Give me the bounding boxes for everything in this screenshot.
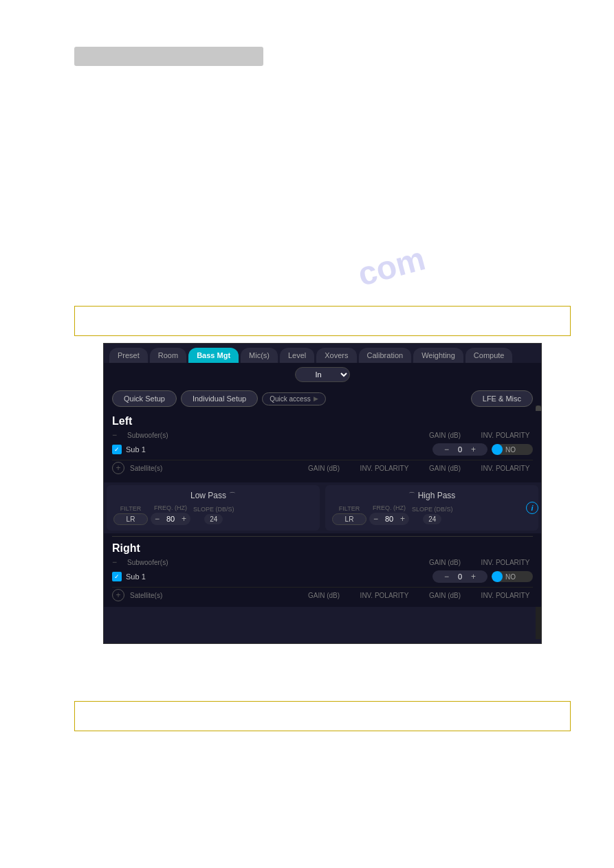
left-sub1-toggle-dot [492, 444, 503, 455]
lfe-misc-button[interactable]: LFE & Misc [471, 390, 533, 407]
left-sub-collapse-icon[interactable]: − [112, 430, 122, 440]
low-pass-freq-stepper[interactable]: − 80 + [151, 513, 190, 525]
right-sub1-gain-val: 0 [453, 572, 467, 581]
quick-bar: Quick Setup Individual Setup Quick acces… [104, 386, 541, 411]
low-pass-filter-dropdown[interactable]: LR [113, 513, 148, 525]
tab-calibration[interactable]: Calibration [359, 348, 412, 363]
low-pass-panel: Low Pass ⌒ FILTER LR FREQ. (hz) − 80 [107, 485, 320, 531]
right-sub1-checkbox[interactable]: ✓ [112, 572, 122, 581]
filter-section: Low Pass ⌒ FILTER LR FREQ. (hz) − 80 [104, 482, 541, 533]
left-satellite-row: + Satellite(s) GAIN (dB) INV. POLARITY G… [112, 460, 533, 476]
quick-access-label: Quick access [270, 395, 310, 403]
left-satellite-add-icon[interactable]: + [112, 462, 124, 474]
left-sat-gain-label: GAIN (dB) [296, 465, 351, 472]
quick-setup-button[interactable]: Quick Setup [112, 390, 177, 407]
low-pass-freq-col: FREQ. (hz) − 80 + [151, 504, 190, 525]
high-pass-slope-col: SLOPE (dB/s) 24 [412, 506, 453, 524]
left-sub1-gain-val: 0 [453, 445, 467, 454]
dropdown-bar: In Out [104, 363, 541, 386]
low-pass-slope-label: SLOPE (dB/s) [193, 506, 234, 513]
left-sub1-checkbox[interactable]: ✓ [112, 445, 122, 454]
section-divider [112, 536, 533, 537]
right-satellite-label: Satellite(s) [130, 592, 291, 599]
left-sat-gain-label2: GAIN (dB) [417, 465, 472, 472]
right-sub1-gain-stepper[interactable]: − 0 + [432, 570, 487, 583]
high-pass-filter-col: FILTER LR [332, 505, 366, 525]
left-sub1-gain-minus[interactable]: − [443, 445, 450, 454]
right-sat-gain-label2: GAIN (dB) [417, 592, 472, 599]
low-pass-slope-col: SLOPE (dB/s) 24 [193, 506, 234, 524]
right-sub1-gain-plus[interactable]: + [470, 572, 477, 581]
left-sub1-gain-plus[interactable]: + [470, 445, 477, 454]
high-pass-freq-plus[interactable]: + [399, 514, 406, 524]
low-pass-wave-icon: ⌒ [229, 491, 236, 500]
screenshot-container: Preset Room Bass Mgt Mic(s) Level Xovers… [103, 343, 542, 644]
right-satellite-row: + Satellite(s) GAIN (dB) INV. POLARITY G… [112, 587, 533, 603]
info-icon[interactable]: i [526, 502, 538, 514]
right-sub1-name: Sub 1 [126, 572, 428, 581]
yellow-box-top [74, 306, 571, 336]
left-gain-label: GAIN (dB) [417, 432, 472, 439]
right-sat-inv-label: INV. POLARITY [357, 592, 412, 599]
tab-compute[interactable]: Compute [465, 348, 513, 363]
right-subwoofer-section: − Subwoofer(s) GAIN (dB) INV. POLARITY ✓… [104, 556, 541, 607]
left-sat-inv-label: INV. POLARITY [357, 465, 412, 472]
main-area: Left − Subwoofer(s) GAIN (dB) INV. POLAR… [104, 411, 541, 607]
watermark: com [354, 239, 430, 293]
right-sub1-toggle-dot [492, 571, 503, 582]
right-sat-gain-label: GAIN (dB) [296, 592, 351, 599]
right-sub-header-row: − Subwoofer(s) GAIN (dB) INV. POLARITY [112, 556, 533, 568]
tab-weighting[interactable]: Weighting [413, 348, 463, 363]
in-out-select[interactable]: In Out [295, 367, 350, 382]
high-pass-label: High Pass [418, 491, 456, 500]
individual-setup-button[interactable]: Individual Setup [181, 390, 258, 407]
left-section: Left − Subwoofer(s) GAIN (dB) INV. POLAR… [104, 411, 541, 533]
quick-access-pill[interactable]: Quick access ▶ [262, 392, 325, 405]
high-pass-freq-stepper[interactable]: − 80 + [369, 513, 409, 525]
low-pass-freq-plus[interactable]: + [180, 514, 188, 524]
low-pass-filter-col: FILTER LR [113, 505, 148, 525]
low-pass-title: Low Pass ⌒ [113, 491, 313, 500]
left-section-header: Left [104, 411, 541, 429]
tab-room[interactable]: Room [150, 348, 186, 363]
right-satellite-add-icon[interactable]: + [112, 589, 124, 601]
left-sub-header-row: − Subwoofer(s) GAIN (dB) INV. POLARITY [112, 429, 533, 441]
top-gray-bar [74, 47, 263, 66]
low-pass-freq-minus[interactable]: − [153, 514, 161, 524]
low-pass-slope-val[interactable]: 24 [204, 514, 223, 524]
tab-level[interactable]: Level [280, 348, 314, 363]
low-pass-controls: FILTER LR FREQ. (hz) − 80 + [113, 504, 313, 525]
high-pass-wave-icon: ⌒ [408, 491, 415, 500]
right-gain-label: GAIN (dB) [417, 559, 472, 566]
right-sub1-polarity-toggle[interactable]: NO [492, 571, 533, 582]
right-sat-inv-label2: INV. POLARITY [478, 592, 533, 599]
low-pass-freq-label: FREQ. (hz) [154, 504, 187, 511]
tab-preset[interactable]: Preset [109, 348, 148, 363]
high-pass-freq-col: FREQ. (hz) − 80 + [369, 504, 409, 525]
high-pass-slope-label: SLOPE (dB/s) [412, 506, 453, 513]
nav-tabs: Preset Room Bass Mgt Mic(s) Level Xovers… [104, 344, 541, 363]
high-pass-slope-val[interactable]: 24 [423, 514, 441, 524]
right-inv-polarity-label: INV. POLARITY [478, 559, 533, 566]
right-sub-collapse-icon[interactable]: − [112, 557, 122, 567]
tab-xovers[interactable]: Xovers [316, 348, 356, 363]
right-sub1-gain-minus[interactable]: − [443, 572, 450, 581]
high-pass-freq-minus[interactable]: − [372, 514, 380, 524]
high-pass-freq-val: 80 [381, 515, 397, 523]
left-subwoofer-section: − Subwoofer(s) GAIN (dB) INV. POLARITY ✓… [104, 429, 541, 480]
yellow-box-bottom [74, 701, 571, 731]
high-pass-filter-dropdown[interactable]: LR [332, 513, 366, 525]
high-pass-title: ⌒ High Pass [332, 491, 531, 500]
left-sub1-polarity-toggle[interactable]: NO [492, 444, 533, 455]
left-satellite-label: Satellite(s) [130, 465, 291, 472]
left-sub1-toggle-text: NO [503, 445, 518, 455]
left-sub1-gain-stepper[interactable]: − 0 + [432, 443, 487, 456]
tab-bass-mgt[interactable]: Bass Mgt [188, 348, 239, 363]
tab-mics[interactable]: Mic(s) [241, 348, 278, 363]
left-sub1-row: ✓ Sub 1 − 0 + NO [112, 441, 533, 458]
low-pass-freq-val: 80 [162, 515, 179, 523]
right-section-header: Right [104, 538, 541, 556]
high-pass-filter-col-label: FILTER [339, 505, 360, 512]
low-pass-filter-col-label: FILTER [120, 505, 141, 512]
high-pass-freq-label: FREQ. (hz) [373, 504, 406, 511]
